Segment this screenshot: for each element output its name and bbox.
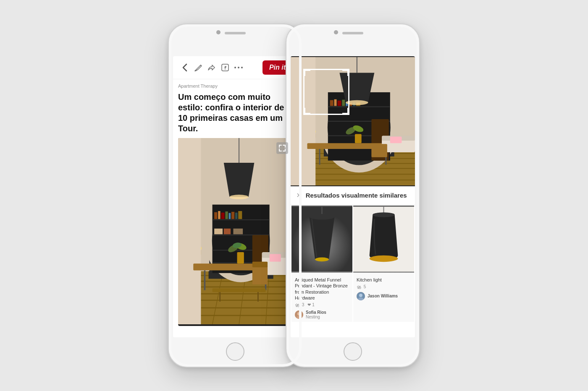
right-phone-screen: × Resultados visualmente similares [291,56,415,337]
vs-results-header: × Resultados visualmente similares [291,186,415,205]
result-image-1 [291,206,352,273]
user-avatar-2 [357,292,365,300]
more-button[interactable] [232,61,245,74]
svg-rect-32 [229,213,231,219]
result-image-2 [353,206,414,273]
user-name-1: Sofia Rios [306,310,326,315]
pin-image-container [178,138,292,326]
selection-corner-tl [304,69,310,76]
user-avatar-1 [295,310,303,319]
svg-rect-29 [218,211,220,219]
vs-results-grid: Antiqued Metal Funnel Pendant - Vintage … [291,205,415,323]
back-button[interactable] [178,61,192,74]
edit-button[interactable] [192,61,205,74]
user-row-2: Jason Williams [357,292,411,300]
result-repins-2: 5 [357,284,366,289]
user-row-1: Sofia Rios Nesting [295,310,349,319]
result-item-1[interactable]: Antiqued Metal Funnel Pendant - Vintage … [291,206,352,322]
svg-point-118 [373,212,394,217]
result-item-2[interactable]: Kitchen light 5 [353,206,414,322]
svg-rect-31 [225,211,228,219]
result-title-2: Kitchen light [357,277,411,283]
svg-rect-37 [224,229,231,235]
phone-speaker-left [225,32,246,34]
svg-point-3 [241,67,243,68]
svg-point-120 [359,294,362,297]
svg-point-109 [315,258,329,262]
pin-title: Um começo com muito estilo: confira o in… [173,90,297,138]
home-button-left[interactable] [226,342,244,361]
svg-rect-36 [214,229,223,235]
result-info-2: Kitchen light 5 [353,274,414,303]
pin-image [178,138,292,324]
svg-rect-35 [238,211,242,219]
close-button[interactable]: × [297,190,302,200]
user-board-1: Nesting [306,315,326,319]
svg-rect-42 [178,138,201,324]
selection-corner-br [342,108,349,115]
home-button-right[interactable] [344,342,362,361]
left-phone-screen: Pin it Apartment Therapy Um começo com m… [173,56,297,337]
pin-detail-view: Pin it Apartment Therapy Um começo com m… [173,56,297,337]
result-info-1: Antiqued Metal Funnel Pendant - Vintage … [291,274,352,322]
facebook-button[interactable] [218,61,232,74]
svg-rect-59 [252,266,268,284]
right-phone: × Resultados visualmente similares [286,23,420,368]
phone-speaker-right [342,32,363,34]
svg-rect-33 [231,212,234,219]
svg-rect-49 [213,288,266,292]
svg-point-1 [234,67,236,68]
phone-camera-left [216,30,220,34]
svg-rect-34 [235,213,237,219]
svg-point-110 [310,214,335,220]
share-button[interactable] [205,61,218,74]
result-likes-1: ❤ 1 [307,302,314,307]
result-stats-1: 3 ❤ 1 [295,302,349,307]
phones-container: Pin it Apartment Therapy Um começo com m… [168,23,420,368]
vs-image-container [291,56,415,186]
selection-box [303,69,349,115]
svg-rect-104 [371,144,387,157]
svg-rect-30 [221,213,224,219]
svg-rect-52 [237,252,244,263]
svg-point-45 [229,195,248,199]
vs-results-title: Resultados visualmente similares [306,192,407,199]
visual-search-view: × Resultados visualmente similares [291,56,415,337]
selection-corner-tr [342,69,349,76]
phone-camera-right [334,30,338,34]
selection-corner-bl [304,108,310,115]
pin-source: Apartment Therapy [173,79,297,90]
user-info-1: Sofia Rios Nesting [306,310,326,319]
left-phone: Pin it Apartment Therapy Um começo com m… [168,23,302,368]
svg-rect-38 [233,229,243,235]
svg-rect-60 [252,262,268,268]
svg-rect-98 [355,134,362,143]
user-name-2: Jason Williams [368,294,398,298]
svg-point-2 [238,67,239,68]
result-stats-2: 5 [357,284,411,289]
svg-rect-28 [214,212,217,219]
result-title-1: Antiqued Metal Funnel Pendant - Vintage … [295,277,349,301]
svg-rect-103 [390,137,402,143]
pin-toolbar: Pin it [173,56,297,79]
expand-icon[interactable] [276,142,288,154]
svg-rect-58 [270,254,281,262]
svg-point-117 [370,255,398,262]
user-info-2: Jason Williams [368,294,398,298]
svg-point-113 [297,312,301,315]
result-repins-1: 3 [295,302,304,307]
